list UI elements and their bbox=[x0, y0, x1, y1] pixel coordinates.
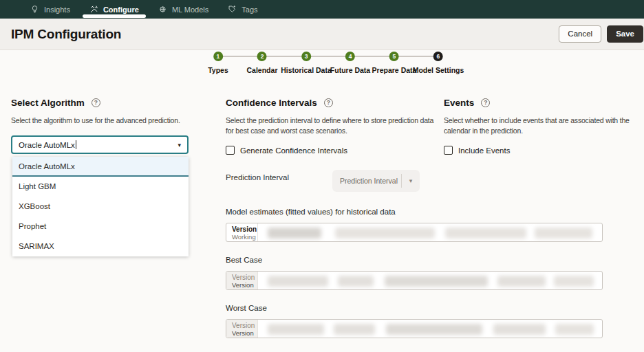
algorithm-dropdown-panel: Oracle AutoMLx Light GBM XGBoost Prophet… bbox=[12, 157, 189, 256]
stepper-step-prepare-data[interactable]: 5 Prepare Data bbox=[372, 52, 417, 74]
row-header: Version bbox=[232, 226, 257, 233]
row-header: Version bbox=[232, 322, 257, 329]
algorithm-option[interactable]: XGBoost bbox=[12, 197, 189, 217]
page-header: IPM Configuration Cancel Save bbox=[0, 19, 644, 50]
step-label: Historical Data bbox=[281, 66, 332, 74]
stepper-step-calendar[interactable]: 2 Calendar bbox=[247, 52, 278, 74]
cancel-button[interactable]: Cancel bbox=[559, 25, 601, 43]
help-icon[interactable]: ? bbox=[92, 98, 100, 107]
configure-icon bbox=[89, 5, 98, 14]
text-cursor bbox=[76, 140, 77, 149]
chevron-down-icon: ▾ bbox=[178, 142, 181, 148]
tab-label: Insights bbox=[44, 6, 70, 14]
help-icon[interactable]: ? bbox=[324, 98, 333, 107]
best-case-label: Best Case bbox=[226, 256, 262, 264]
stepper-step-future-data[interactable]: 4 Future Data bbox=[330, 52, 370, 74]
model-estimates-row[interactable]: Version Working bbox=[226, 223, 603, 242]
select-algorithm-heading: Select Algorithm ? bbox=[11, 98, 100, 108]
redacted-content bbox=[258, 223, 602, 241]
step-number: 1 bbox=[213, 52, 223, 61]
tab-tags[interactable]: Tags bbox=[218, 0, 267, 19]
prediction-interval-label: Prediction Interval bbox=[226, 173, 289, 182]
save-button[interactable]: Save bbox=[607, 25, 643, 43]
top-navbar: Insights Configure ML Models Tags bbox=[0, 0, 644, 19]
worst-case-row[interactable]: Version Version bbox=[226, 319, 603, 338]
tab-insights[interactable]: Insights bbox=[21, 0, 80, 19]
prediction-interval-value: Prediction Interval bbox=[332, 177, 401, 185]
prediction-interval-select[interactable]: Prediction Interval ▾ bbox=[332, 170, 420, 192]
tab-label: ML Models bbox=[172, 6, 208, 14]
select-algorithm-description: Select the algorithm to use for the adva… bbox=[11, 116, 224, 126]
tags-icon bbox=[228, 5, 237, 14]
row-header-cell: Version Version bbox=[226, 272, 258, 289]
step-label: Future Data bbox=[330, 66, 370, 74]
help-icon[interactable]: ? bbox=[481, 98, 490, 107]
step-number: 5 bbox=[389, 52, 399, 61]
chevron-down-icon: ▾ bbox=[402, 177, 420, 184]
confidence-intervals-heading: Confidence Intervals ? bbox=[226, 98, 333, 108]
step-label: Calendar bbox=[247, 66, 278, 74]
row-subheader: Version bbox=[232, 281, 257, 289]
generate-confidence-intervals-row: Generate Confidence Intervals bbox=[226, 146, 347, 155]
algorithm-option[interactable]: SARIMAX bbox=[12, 236, 189, 256]
step-number: 6 bbox=[433, 52, 443, 61]
worst-case-label: Worst Case bbox=[226, 304, 267, 312]
section-title: Confidence Intervals bbox=[226, 98, 317, 108]
section-title: Events bbox=[444, 98, 474, 108]
include-events-row: Include Events bbox=[444, 146, 510, 155]
step-number: 4 bbox=[345, 52, 355, 61]
tab-ml-models[interactable]: ML Models bbox=[149, 0, 218, 19]
section-title: Select Algorithm bbox=[11, 98, 85, 108]
algorithm-option[interactable]: Light GBM bbox=[12, 177, 189, 197]
insights-icon bbox=[30, 5, 39, 14]
stepper-step-historical-data[interactable]: 3 Historical Data bbox=[281, 52, 332, 74]
generate-confidence-intervals-checkbox[interactable] bbox=[226, 146, 235, 155]
algorithm-option[interactable]: Oracle AutoMLx bbox=[12, 157, 189, 177]
best-case-row[interactable]: Version Version bbox=[226, 271, 603, 290]
ml-models-icon bbox=[158, 5, 167, 14]
step-label: Prepare Data bbox=[372, 66, 417, 74]
algorithm-combobox-value: Oracle AutoMLx bbox=[19, 141, 75, 149]
redacted-content bbox=[258, 320, 602, 338]
step-number: 2 bbox=[257, 52, 267, 61]
page-title: IPM Configuration bbox=[11, 27, 559, 42]
confidence-intervals-description: Select the prediction interval to define… bbox=[226, 116, 440, 136]
events-heading: Events ? bbox=[444, 98, 490, 108]
row-subheader: Working bbox=[232, 233, 257, 241]
tab-label: Configure bbox=[103, 6, 139, 14]
algorithm-combobox[interactable]: Oracle AutoMLx ▾ bbox=[11, 135, 189, 154]
algorithm-option[interactable]: Prophet bbox=[12, 217, 189, 236]
checkbox-label: Generate Confidence Intervals bbox=[240, 146, 347, 155]
step-label: Types bbox=[208, 66, 228, 74]
model-estimates-label: Model estimates (fitted values) for hist… bbox=[226, 208, 396, 216]
tab-label: Tags bbox=[242, 6, 257, 14]
stepper-step-model-settings[interactable]: 6 Model Settings bbox=[413, 52, 464, 74]
row-header-cell: Version Version bbox=[226, 320, 258, 338]
tab-configure[interactable]: Configure bbox=[80, 0, 149, 19]
row-header: Version bbox=[232, 274, 257, 281]
step-label: Model Settings bbox=[413, 66, 464, 74]
include-events-checkbox[interactable] bbox=[444, 146, 453, 155]
row-subheader: Version bbox=[232, 329, 257, 337]
stepper-step-types[interactable]: 1 Types bbox=[208, 52, 228, 74]
redacted-content bbox=[258, 272, 602, 289]
row-header-cell: Version Working bbox=[226, 223, 258, 241]
events-description: Select whether to include events that ar… bbox=[444, 116, 642, 136]
step-number: 3 bbox=[301, 52, 311, 61]
checkbox-label: Include Events bbox=[458, 146, 510, 155]
